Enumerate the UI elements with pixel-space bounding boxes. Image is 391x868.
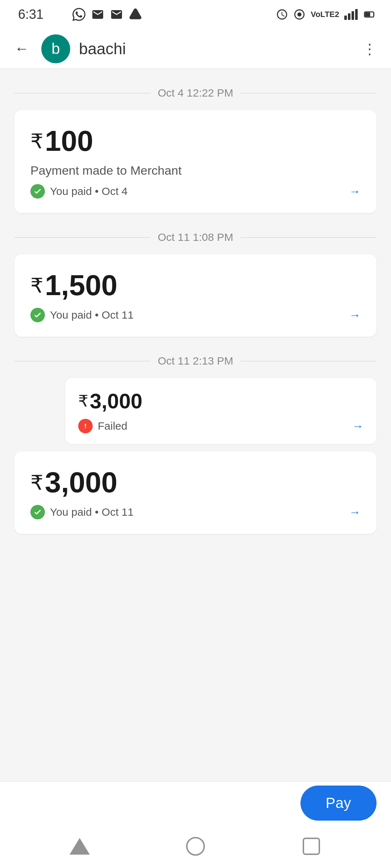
amount-value-3: 3,000 (90, 389, 142, 413)
transaction-card-3-failed[interactable]: ₹ 3,000 Failed → (65, 378, 377, 444)
amount-value-4: 3,000 (45, 466, 117, 499)
date-line-right-2 (240, 237, 377, 238)
gmail-icon (91, 8, 104, 21)
transaction-amount-2: ₹ 1,500 (30, 269, 361, 302)
nav-back-icon (70, 838, 90, 855)
nav-home-button[interactable] (183, 834, 208, 859)
whatsapp-icon (72, 8, 85, 21)
transaction-status-4: You paid • Oct 11 → (30, 505, 361, 519)
alarm-icon (276, 8, 288, 21)
signal-icon (344, 9, 358, 20)
more-options-button[interactable]: ⋮ (358, 38, 380, 60)
checkmark-svg-1 (33, 187, 42, 196)
transactions-list: Oct 4 12:22 PM ₹ 100 Payment made to Mer… (0, 69, 391, 781)
transaction-card-1[interactable]: ₹ 100 Payment made to Merchant You paid … (14, 110, 377, 213)
back-arrow-icon: ← (14, 41, 29, 57)
gps-icon (293, 8, 306, 21)
status-text-2: You paid • Oct 11 (50, 309, 134, 321)
transaction-status-3: Failed → (78, 419, 363, 433)
lte-indicator: VoLTE2 (311, 10, 339, 18)
rupee-symbol-1: ₹ (30, 129, 43, 153)
battery-icon (363, 8, 377, 21)
date-separator-3: Oct 11 2:13 PM (0, 344, 391, 374)
success-icon-4 (30, 505, 45, 519)
transaction-card-4[interactable]: ₹ 3,000 You paid • Oct 11 → (14, 451, 377, 534)
avatar: b (41, 34, 70, 63)
header: ← b baachi ⋮ (0, 29, 391, 69)
success-icon-2 (30, 308, 45, 322)
avatar-letter: b (51, 40, 60, 58)
nav-back-button[interactable] (67, 834, 92, 859)
date-separator-2: Oct 11 1:08 PM (0, 220, 391, 251)
amount-value-1: 100 (45, 124, 93, 158)
date-label-2: Oct 11 1:08 PM (158, 231, 233, 243)
status-text-3: Failed (98, 420, 127, 432)
status-time: 6:31 (18, 7, 43, 22)
transaction-status-1: You paid • Oct 4 → (30, 184, 361, 199)
transaction-amount-4: ₹ 3,000 (30, 466, 361, 499)
nav-home-icon (186, 837, 205, 856)
svg-rect-3 (365, 12, 370, 16)
status-text-1: You paid • Oct 4 (50, 185, 128, 197)
date-line-left (14, 93, 151, 93)
checkmark-svg-4 (33, 508, 42, 516)
date-separator-1: Oct 4 12:22 PM (0, 76, 391, 106)
success-icon-1 (30, 184, 45, 199)
detail-arrow-2[interactable]: → (349, 309, 361, 322)
status-left-2: You paid • Oct 11 (30, 308, 134, 322)
amount-value-2: 1,500 (45, 269, 117, 302)
transaction-status-2: You paid • Oct 11 → (30, 308, 361, 322)
rupee-symbol-2: ₹ (30, 274, 43, 297)
contact-name: baachi (79, 40, 358, 58)
date-label-3: Oct 11 2:13 PM (158, 355, 233, 367)
failed-icon-3 (78, 419, 93, 433)
date-line-left-2 (14, 237, 151, 238)
status-text-4: You paid • Oct 11 (50, 506, 134, 518)
nav-recents-icon (303, 838, 320, 855)
gmail-alt-icon (110, 8, 123, 21)
date-label-1: Oct 4 12:22 PM (158, 87, 233, 99)
transaction-desc-1: Payment made to Merchant (30, 163, 361, 178)
status-notification-icons (72, 8, 142, 21)
detail-arrow-1[interactable]: → (349, 185, 361, 198)
status-left-4: You paid • Oct 11 (30, 505, 134, 519)
svg-point-0 (298, 12, 302, 16)
checkmark-svg-2 (33, 311, 42, 319)
pay-button[interactable]: Pay (300, 786, 377, 821)
detail-arrow-4[interactable]: → (349, 506, 361, 519)
status-left-3: Failed (78, 419, 127, 433)
transaction-card-2[interactable]: ₹ 1,500 You paid • Oct 11 → (14, 254, 377, 337)
nav-bar (0, 825, 391, 868)
transaction-amount-1: ₹ 100 (30, 124, 361, 158)
status-bar: 6:31 VoLTE2 (0, 0, 391, 29)
date-line-right-3 (240, 361, 377, 361)
status-system-icons: VoLTE2 (276, 8, 377, 21)
status-left-1: You paid • Oct 4 (30, 184, 128, 199)
back-button[interactable]: ← (11, 38, 33, 60)
transaction-amount-3: ₹ 3,000 (78, 389, 363, 413)
date-line-right (240, 93, 377, 93)
detail-arrow-3[interactable]: → (352, 420, 363, 433)
more-dots-icon: ⋮ (362, 41, 376, 57)
rupee-symbol-4: ₹ (30, 471, 43, 494)
drive-icon (129, 8, 142, 21)
date-line-left-3 (14, 361, 151, 361)
exclamation-svg-3 (80, 421, 91, 431)
nav-recents-button[interactable] (299, 834, 324, 859)
rupee-symbol-3: ₹ (78, 392, 88, 410)
bottom-bar: Pay (0, 781, 391, 825)
